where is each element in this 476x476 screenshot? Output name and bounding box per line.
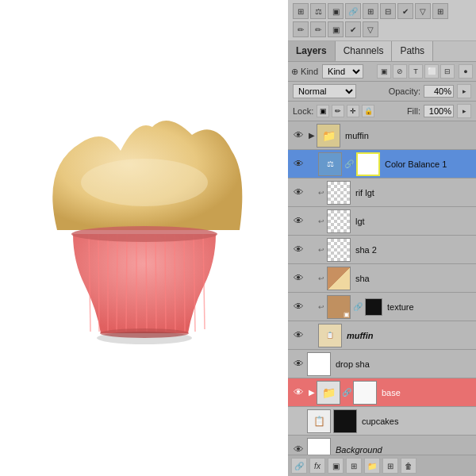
lock-icon-pixels[interactable]: ▣	[317, 105, 329, 117]
layer-name-background: Background	[336, 445, 473, 455]
blend-row: Normal Opacity: ▸	[288, 82, 476, 102]
tool-icon-13[interactable]: ✔	[345, 21, 361, 37]
layer-row-lgt[interactable]: 👁 ↩ lgt	[288, 207, 476, 236]
tab-channels[interactable]: Channels	[336, 41, 393, 61]
eye-icon-lgt[interactable]: 👁	[291, 214, 305, 228]
tool-icon-11[interactable]: ✏	[310, 21, 326, 37]
panel-tabs: Layers Channels Paths	[288, 41, 476, 62]
eye-icon-muffin[interactable]: 👁	[291, 328, 305, 343]
tool-icon-8[interactable]: ▽	[415, 3, 431, 19]
filter-icon-smart[interactable]: ⊟	[440, 64, 455, 79]
bottom-adjustment-icon[interactable]: ⊞	[346, 458, 362, 474]
svg-point-0	[81, 159, 208, 206]
layer-thumb-cupcakes-black	[333, 409, 357, 433]
layer-thumb-color-balance: ⚖	[318, 152, 342, 176]
layer-row-group-muffin[interactable]: 👁 ▶ 📁 muffin	[288, 121, 476, 150]
eye-icon-color-balance[interactable]: 👁	[291, 157, 305, 171]
fill-input[interactable]	[424, 105, 454, 117]
layer-mask-texture	[365, 298, 382, 316]
opacity-arrow[interactable]: ▸	[457, 84, 471, 98]
tab-paths[interactable]: Paths	[392, 41, 433, 61]
svg-line-4	[117, 234, 117, 332]
bottom-new-icon[interactable]: ⊞	[382, 458, 398, 474]
layer-row-background[interactable]: 👁 Background	[288, 436, 476, 455]
layer-row-drop-sha[interactable]: 👁 drop sha	[288, 350, 476, 378]
filter-toggle[interactable]: ●	[459, 64, 473, 79]
tool-icon-12[interactable]: ▣	[328, 21, 344, 37]
layer-name-lgt: lgt	[355, 217, 473, 226]
eye-icon-sha[interactable]: 👁	[291, 271, 305, 286]
filter-icon-img[interactable]: ▣	[377, 64, 391, 79]
layer-thumb-muffin: 📋	[318, 324, 342, 347]
layer-row-cupcakes[interactable]: 📋 cupcakes	[288, 407, 476, 436]
bottom-link-icon[interactable]: 🔗	[291, 458, 307, 474]
chain-icon-texture: 🔗	[353, 302, 363, 311]
layer-thumb-sha	[327, 267, 351, 290]
filter-label: ⊕ Kind	[291, 67, 318, 77]
eye-icon-cupcakes[interactable]	[291, 414, 305, 428]
layer-name-color-balance: Color Balance 1	[385, 159, 473, 169]
filter-select[interactable]: Kind	[322, 64, 363, 79]
layer-row-texture[interactable]: 👁 ↩ ▣ 🔗 texture	[288, 293, 476, 321]
svg-line-11	[184, 234, 185, 332]
tool-icon-1[interactable]: ⊞	[293, 3, 309, 19]
tool-icon-7[interactable]: ✔	[397, 3, 413, 19]
toolbar-row-2: ✏ ✏ ▣ ✔ ▽	[293, 21, 471, 37]
layer-mask-base	[353, 381, 377, 405]
chain-icon: 🔗	[344, 159, 354, 168]
tool-icon-9[interactable]: ⊞	[432, 3, 448, 19]
tool-icon-6[interactable]: ⊟	[380, 3, 396, 19]
eye-icon-base[interactable]: 👁	[291, 386, 305, 400]
svg-line-9	[165, 234, 166, 332]
bottom-bar: 🔗 fx ▣ ⊞ 📁 ⊞ 🗑	[288, 455, 476, 476]
layer-thumb-drop-sha	[307, 352, 331, 376]
layer-name-sha: sha	[355, 274, 473, 283]
opacity-input[interactable]	[424, 85, 454, 98]
bottom-mask-icon[interactable]: ▣	[328, 458, 344, 474]
bottom-folder-icon[interactable]: 📁	[364, 458, 380, 474]
layer-name-sha2: sha 2	[355, 245, 473, 255]
lock-icon-all[interactable]: 🔒	[362, 105, 374, 117]
lock-label: Lock:	[293, 106, 313, 116]
layer-name-drop-sha: drop sha	[336, 359, 473, 369]
layer-thumb-base: 📁	[317, 381, 340, 405]
layer-thumb-texture: ▣	[327, 295, 351, 319]
layer-row-sha[interactable]: 👁 ↩ sha	[288, 264, 476, 293]
filter-bar: ⊕ Kind Kind ▣ ⊘ T ⬜ ⊟ ●	[288, 62, 476, 82]
filter-icon-shape[interactable]: ⬜	[424, 64, 439, 79]
layer-name-texture: texture	[387, 302, 473, 312]
filter-icon-adjust[interactable]: ⊘	[393, 64, 407, 79]
tool-icon-10[interactable]: ✏	[293, 21, 309, 37]
layers-panel: ⊞ ⚖ ▣ 🔗 ⊞ ⊟ ✔ ▽ ⊞ ✏ ✏ ▣ ✔ ▽ Layers Chann…	[288, 0, 476, 476]
bottom-fx-icon[interactable]: fx	[309, 458, 325, 474]
tab-layers[interactable]: Layers	[288, 41, 336, 61]
eye-icon-background[interactable]: 👁	[291, 443, 305, 455]
bottom-delete-icon[interactable]: 🗑	[401, 458, 416, 474]
eye-icon-texture[interactable]: 👁	[291, 300, 305, 314]
lock-icon-move[interactable]: ✛	[347, 105, 359, 117]
lock-icon-paint[interactable]: ✏	[332, 105, 344, 117]
layer-row-rif-lgt[interactable]: 👁 ↩ rif lgt	[288, 178, 476, 207]
tool-icon-2[interactable]: ⚖	[310, 3, 326, 19]
tool-icon-3[interactable]: ▣	[328, 3, 344, 19]
chain-icon-base: 🔗	[342, 388, 351, 397]
layers-list: 👁 ▶ 📁 muffin 👁 ⚖ 🔗 Color Balance 1 👁 ↩	[288, 121, 476, 455]
layer-row-base[interactable]: 👁 ▶ 📁 🔗 base	[288, 378, 476, 407]
layer-row-sha2[interactable]: 👁 ↩ sha 2	[288, 236, 476, 264]
eye-icon-rif-lgt[interactable]: 👁	[291, 186, 305, 200]
tool-icon-5[interactable]: ⊞	[363, 3, 378, 19]
fill-arrow[interactable]: ▸	[457, 104, 471, 118]
filter-icon-text[interactable]: T	[409, 64, 423, 79]
eye-icon-group-muffin[interactable]: 👁	[291, 129, 305, 143]
tool-icon-14[interactable]: ▽	[363, 21, 378, 37]
tool-icon-4[interactable]: 🔗	[345, 3, 361, 19]
eye-icon-drop-sha[interactable]: 👁	[291, 357, 305, 371]
canvas-area	[0, 0, 288, 476]
toolbar-row-1: ⊞ ⚖ ▣ 🔗 ⊞ ⊟ ✔ ▽ ⊞	[293, 3, 471, 19]
eye-icon-sha2[interactable]: 👁	[291, 243, 305, 257]
layer-row-muffin[interactable]: 👁 📋 muffin	[288, 321, 476, 350]
blend-mode-select[interactable]: Normal	[293, 84, 356, 98]
layer-thumb-rif-lgt	[327, 181, 351, 205]
layer-row-color-balance[interactable]: 👁 ⚖ 🔗 Color Balance 1	[288, 150, 476, 178]
fill-label: Fill:	[407, 106, 420, 116]
